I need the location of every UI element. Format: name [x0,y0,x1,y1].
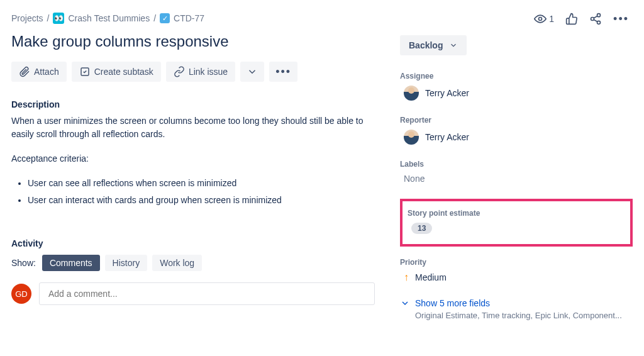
assignee-label: Assignee [400,72,633,81]
story-point-value: 13 [411,223,432,234]
reporter-label: Reporter [400,116,633,125]
status-label: Backlog [409,40,443,50]
breadcrumb-projects[interactable]: Projects [11,13,43,23]
link-icon [174,66,185,77]
issue-sidebar: Backlog Assignee Terry Acker Reporter Te… [400,33,633,320]
current-user-avatar: GD [11,284,31,304]
thumbs-up-icon [565,13,578,25]
show-more-sublabel: Original Estimate, Time tracking, Epic L… [415,311,629,320]
tab-history[interactable]: History [105,255,148,271]
assignee-field[interactable]: Assignee Terry Acker [400,72,633,101]
issue-main: Make group columns responsive Attach Cre… [11,33,375,320]
more-actions-button[interactable]: ••• [613,13,629,25]
activity-section: Activity Show: Comments History Work log… [11,238,375,305]
breadcrumb-project[interactable]: Crash Test Dummies [68,13,150,23]
watch-count: 1 [549,14,554,24]
subtask-label: Create subtask [94,67,153,77]
svg-point-2 [591,18,594,21]
chevron-down-icon [247,66,258,77]
link-issue-button[interactable]: Link issue [166,62,235,82]
chevron-down-icon [449,41,458,50]
story-point-field[interactable]: Story point estimate 13 [408,209,625,234]
reporter-name: Terry Acker [425,132,469,142]
acceptance-label: Acceptance criteria: [11,152,375,165]
assignee-avatar [404,86,419,101]
link-label: Link issue [189,67,228,77]
priority-label: Priority [400,258,633,267]
show-more-fields[interactable]: Show 5 more fields [400,298,633,308]
subtask-icon [79,66,91,77]
assignee-name: Terry Acker [425,88,469,98]
create-subtask-button[interactable]: Create subtask [72,62,161,82]
description-paragraph: When a user minimizes the screen or colu… [11,114,375,141]
share-button[interactable] [589,13,602,25]
breadcrumb-key[interactable]: CTD-77 [174,13,204,23]
attach-button[interactable]: Attach [11,62,67,82]
paperclip-icon [19,66,30,77]
labels-field[interactable]: Labels None [400,160,633,184]
description-label: Description [11,99,375,109]
svg-point-0 [539,18,542,21]
acceptance-list: User can see all reflections when screen… [11,177,375,207]
chevron-down-icon [400,298,410,308]
like-button[interactable] [565,13,578,25]
activity-tabs: Show: Comments History Work log [11,255,375,271]
watch-button[interactable]: 1 [534,13,554,25]
tab-comments[interactable]: Comments [42,255,100,271]
project-icon: 👀 [53,13,64,24]
reporter-avatar [404,130,419,145]
reporter-field[interactable]: Reporter Terry Acker [400,116,633,145]
issue-action-bar: Attach Create subtask Link issue ••• [11,62,375,82]
svg-point-1 [597,14,601,17]
svg-line-5 [594,16,597,18]
breadcrumb-sep: / [153,13,156,23]
task-type-icon: ✓ [160,13,170,23]
priority-field[interactable]: Priority ↑ Medium [400,258,633,283]
issue-title[interactable]: Make group columns responsive [11,33,375,50]
breadcrumb-sep: / [47,13,50,23]
eye-icon [534,13,547,25]
status-dropdown[interactable]: Backlog [400,35,467,55]
link-issue-dropdown[interactable] [240,62,264,82]
issue-top-actions: 1 ••• [534,13,629,25]
labels-value: None [400,174,633,184]
activity-heading: Activity [11,238,375,248]
tab-worklog[interactable]: Work log [152,255,202,271]
acceptance-item: User can see all reflections when screen… [28,177,375,190]
comment-row: GD [11,282,375,305]
issue-more-actions[interactable]: ••• [269,62,297,82]
story-point-label: Story point estimate [408,209,625,218]
share-icon [589,13,602,25]
comment-input[interactable] [39,282,375,305]
labels-label: Labels [400,160,633,169]
acceptance-item: User can interact with cards and group w… [28,194,375,207]
show-more-label: Show 5 more fields [415,298,490,308]
priority-value: Medium [415,272,447,282]
svg-point-3 [597,21,601,24]
description-body[interactable]: When a user minimizes the screen or colu… [11,114,375,207]
attach-label: Attach [34,67,59,77]
story-point-highlight: Story point estimate 13 [400,199,633,247]
svg-line-4 [594,19,597,21]
priority-up-icon: ↑ [404,272,409,283]
show-label: Show: [11,258,36,268]
